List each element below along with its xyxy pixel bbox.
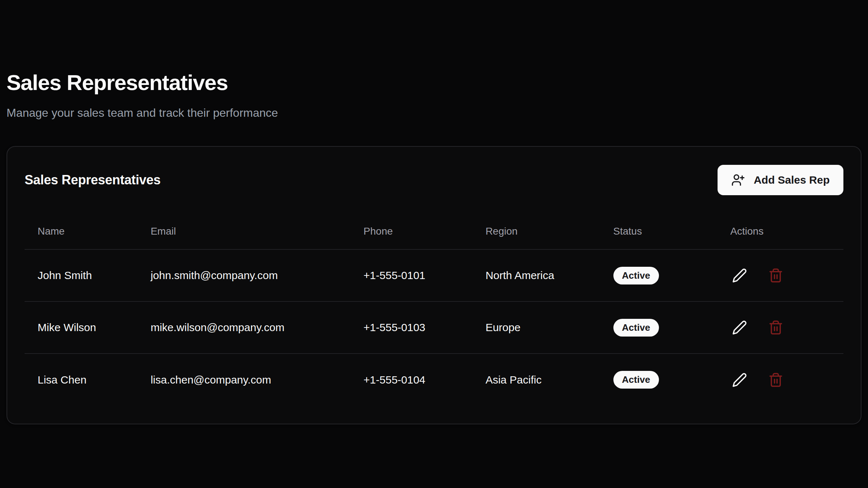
sales-reps-table: Name Email Phone Region Status Actions J…	[25, 213, 843, 406]
column-header-email: Email	[137, 213, 350, 249]
edit-button[interactable]	[730, 266, 749, 285]
row-actions	[730, 266, 830, 285]
user-plus-icon	[731, 173, 745, 187]
column-header-region: Region	[472, 213, 600, 249]
rep-region: Europe	[472, 301, 600, 354]
sales-reps-card: Sales Representatives Add Sales Rep	[7, 146, 861, 424]
rep-phone: +1-555-0104	[350, 354, 472, 406]
trash-icon	[768, 320, 783, 335]
row-actions	[730, 371, 830, 389]
status-badge: Active	[613, 267, 659, 284]
page-subtitle: Manage your sales team and track their p…	[7, 105, 861, 121]
rep-email: mike.wilson@company.com	[137, 301, 350, 354]
table-row: John Smith john.smith@company.com +1-555…	[25, 249, 843, 301]
rep-email: lisa.chen@company.com	[137, 354, 350, 406]
rep-name: John Smith	[25, 249, 137, 301]
row-actions	[730, 318, 830, 337]
column-header-phone: Phone	[350, 213, 472, 249]
edit-button[interactable]	[730, 371, 749, 389]
card-title: Sales Representatives	[25, 172, 161, 188]
add-sales-rep-button[interactable]: Add Sales Rep	[718, 165, 843, 195]
trash-icon	[768, 372, 783, 388]
status-badge: Active	[613, 319, 659, 337]
rep-email: john.smith@company.com	[137, 249, 350, 301]
rep-phone: +1-555-0103	[350, 301, 472, 354]
delete-button[interactable]	[766, 371, 785, 389]
rep-phone: +1-555-0101	[350, 249, 472, 301]
pencil-icon	[732, 320, 747, 335]
table-row: Mike Wilson mike.wilson@company.com +1-5…	[25, 301, 843, 354]
column-header-actions: Actions	[717, 213, 843, 249]
rep-name: Lisa Chen	[25, 354, 137, 406]
trash-icon	[768, 268, 783, 283]
rep-name: Mike Wilson	[25, 301, 137, 354]
rep-region: North America	[472, 249, 600, 301]
pencil-icon	[732, 268, 747, 283]
column-header-name: Name	[25, 213, 137, 249]
rep-region: Asia Pacific	[472, 354, 600, 406]
table-header-row: Name Email Phone Region Status Actions	[25, 213, 843, 249]
pencil-icon	[732, 372, 747, 388]
add-sales-rep-button-label: Add Sales Rep	[754, 174, 830, 186]
status-badge: Active	[613, 371, 659, 389]
delete-button[interactable]	[766, 266, 785, 285]
table-row: Lisa Chen lisa.chen@company.com +1-555-0…	[25, 354, 843, 406]
edit-button[interactable]	[730, 318, 749, 337]
delete-button[interactable]	[766, 318, 785, 337]
page-title: Sales Representatives	[7, 71, 861, 95]
column-header-status: Status	[600, 213, 718, 249]
card-header: Sales Representatives Add Sales Rep	[25, 165, 843, 195]
